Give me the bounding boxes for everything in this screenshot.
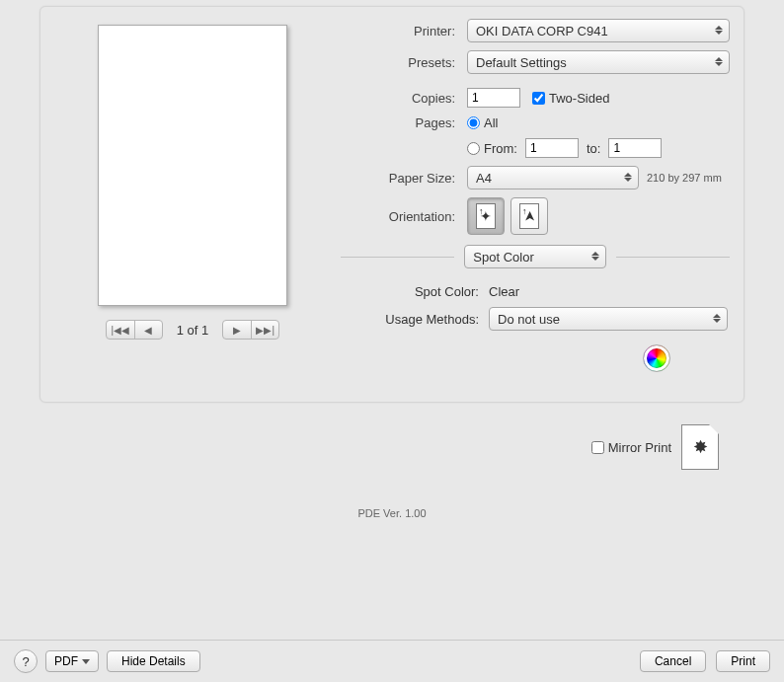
landscape-icon: ↑➤ bbox=[519, 203, 539, 229]
dropdown-icon bbox=[713, 54, 725, 68]
section-value: Spot Color bbox=[473, 250, 533, 265]
page-indicator: 1 of 1 bbox=[177, 323, 209, 338]
dropdown-icon bbox=[622, 170, 634, 184]
printer-select[interactable]: OKI DATA CORP C941 bbox=[467, 19, 730, 42]
copies-input[interactable] bbox=[467, 88, 520, 108]
pages-from-radio[interactable] bbox=[467, 142, 480, 155]
two-sided-label: Two-Sided bbox=[549, 91, 609, 106]
section-divider: Spot Color bbox=[341, 245, 730, 268]
presets-value: Default Settings bbox=[476, 55, 567, 70]
page-to-input[interactable] bbox=[608, 138, 662, 158]
printer-label: Printer: bbox=[341, 24, 467, 38]
first-page-button[interactable]: |◀◀ bbox=[107, 321, 134, 339]
color-picker-button[interactable] bbox=[643, 344, 670, 372]
presets-label: Presets: bbox=[341, 55, 467, 70]
pdf-label: PDF bbox=[54, 654, 78, 668]
print-button[interactable]: Print bbox=[716, 650, 770, 672]
chevron-down-icon bbox=[82, 659, 90, 664]
usage-methods-select[interactable]: Do not use bbox=[489, 307, 728, 331]
usage-methods-label: Usage Methods: bbox=[341, 312, 489, 327]
pages-all-option[interactable]: All bbox=[467, 115, 498, 130]
spot-color-value: Clear bbox=[489, 284, 519, 299]
hide-details-button[interactable]: Hide Details bbox=[107, 650, 200, 672]
preview-pane: |◀◀ ◀ 1 of 1 ▶ ▶▶| bbox=[54, 19, 331, 340]
paper-size-select[interactable]: A4 bbox=[467, 166, 639, 189]
two-sided-option[interactable]: Two-Sided bbox=[532, 91, 609, 106]
next-page-button[interactable]: ▶ bbox=[223, 321, 251, 339]
pages-all-radio[interactable] bbox=[467, 116, 480, 129]
cancel-button[interactable]: Cancel bbox=[640, 650, 706, 672]
pdf-menu-button[interactable]: PDF bbox=[45, 650, 99, 672]
mirror-print-row: Mirror Print ✸ bbox=[0, 424, 719, 470]
page-preview bbox=[98, 25, 287, 306]
paper-size-label: Paper Size: bbox=[341, 171, 467, 186]
presets-select[interactable]: Default Settings bbox=[467, 50, 730, 74]
print-dialog: |◀◀ ◀ 1 of 1 ▶ ▶▶| Printer: OKI DATA COR… bbox=[0, 0, 784, 682]
dialog-footer: ? PDF Hide Details Cancel Print bbox=[0, 640, 784, 682]
pages-label: Pages: bbox=[341, 115, 467, 130]
mirror-print-label: Mirror Print bbox=[608, 440, 671, 455]
paper-dimensions: 210 by 297 mm bbox=[647, 172, 722, 184]
copies-label: Copies: bbox=[341, 91, 467, 106]
pages-from-label: From: bbox=[484, 141, 517, 156]
mirror-print-option[interactable]: Mirror Print bbox=[591, 440, 671, 455]
usage-methods-value: Do not use bbox=[498, 312, 560, 327]
dropdown-icon bbox=[711, 311, 723, 325]
orientation-portrait-button[interactable]: ↑✦ bbox=[467, 197, 505, 235]
help-button[interactable]: ? bbox=[14, 649, 38, 673]
preview-pager: |◀◀ ◀ 1 of 1 ▶ ▶▶| bbox=[54, 320, 331, 340]
pages-all-label: All bbox=[484, 115, 498, 130]
mirror-print-icon: ✸ bbox=[681, 424, 719, 470]
pde-version: PDE Ver. 1.00 bbox=[0, 507, 784, 519]
page-from-input[interactable] bbox=[525, 138, 579, 158]
pages-range-option[interactable]: From: bbox=[467, 141, 517, 156]
dropdown-icon bbox=[589, 249, 601, 263]
spot-color-label: Spot Color: bbox=[341, 284, 489, 299]
last-page-button[interactable]: ▶▶| bbox=[251, 321, 278, 339]
pages-to-label: to: bbox=[587, 141, 600, 156]
portrait-icon: ↑✦ bbox=[476, 203, 496, 229]
orientation-label: Orientation: bbox=[341, 209, 467, 224]
section-select[interactable]: Spot Color bbox=[464, 245, 605, 268]
dropdown-icon bbox=[713, 23, 725, 37]
two-sided-checkbox[interactable] bbox=[532, 92, 545, 105]
orientation-landscape-button[interactable]: ↑➤ bbox=[510, 197, 548, 235]
printer-value: OKI DATA CORP C941 bbox=[476, 24, 608, 38]
main-panel: |◀◀ ◀ 1 of 1 ▶ ▶▶| Printer: OKI DATA COR… bbox=[39, 6, 745, 403]
mirror-print-checkbox[interactable] bbox=[591, 441, 604, 454]
paper-size-value: A4 bbox=[476, 171, 492, 186]
options-pane: Printer: OKI DATA CORP C941 Presets: Def… bbox=[331, 19, 730, 380]
prev-page-button[interactable]: ◀ bbox=[134, 321, 162, 339]
